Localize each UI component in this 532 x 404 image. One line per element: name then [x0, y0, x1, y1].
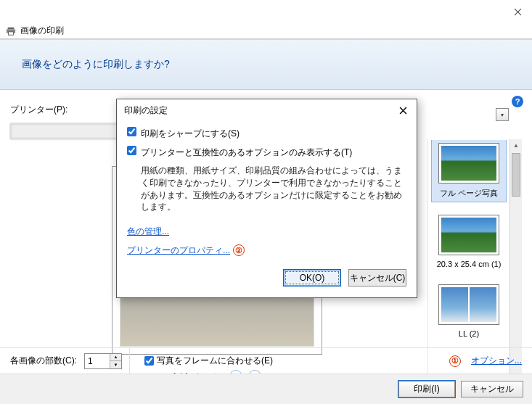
copies-up[interactable]: ▲	[110, 354, 121, 361]
scroll-up-arrow[interactable]: ▲	[510, 139, 522, 152]
compat-checkbox[interactable]	[127, 146, 136, 155]
color-management-link[interactable]: 色の管理...	[127, 225, 169, 238]
window-header: 画像の印刷	[0, 23, 532, 39]
modal-titlebar: 印刷の設定	[117, 99, 417, 121]
options-link[interactable]: オプション...	[471, 355, 522, 367]
fit-frame-label: 写真をフレームに合わせる(E)	[157, 355, 273, 367]
modal-close-button[interactable]	[396, 104, 409, 117]
sharpen-checkbox[interactable]	[127, 127, 136, 136]
layout-item-8x10[interactable]: 20.3 x 25.4 cm (1)	[432, 212, 506, 271]
footer: 各画像の部数(C): ▲ ▼ 写真をフレームに合わせる(E) ① オプション..…	[0, 347, 532, 404]
printer-label: プリンター(P):	[10, 104, 67, 116]
layout-caption: 20.3 x 25.4 cm (1)	[437, 260, 502, 268]
compat-description: 用紙の種類、用紙サイズ、印刷品質の組み合わせによっては、うまく印刷できなかったり…	[141, 165, 404, 213]
sharpen-label: 印刷をシャープにする(S)	[141, 127, 240, 140]
papertype-dropdown-arrow[interactable]: ▾	[496, 108, 509, 121]
layout-caption: LL (2)	[459, 329, 479, 338]
compat-label: プリンターと互換性のあるオプションのみ表示する(T)	[141, 146, 352, 159]
printer-properties-link[interactable]: プリンターのプロパティ...	[127, 244, 230, 257]
svg-rect-2	[9, 31, 14, 34]
window-title: 画像の印刷	[20, 25, 64, 37]
modal-title: 印刷の設定	[124, 104, 396, 117]
modal-cancel-button[interactable]: キャンセル(C)	[348, 269, 406, 286]
svg-rect-0	[8, 27, 15, 29]
scroll-thumb[interactable]	[512, 153, 520, 197]
copies-down[interactable]: ▼	[110, 361, 121, 368]
layout-item-full-page[interactable]: フル ページ写真	[432, 140, 506, 202]
close-icon	[514, 8, 522, 16]
printer-icon	[6, 26, 16, 36]
layout-caption: フル ページ写真	[440, 188, 498, 199]
print-settings-dialog: 印刷の設定 印刷をシャープにする(S) プリンターと互換性のあるオプションのみ表…	[116, 99, 417, 298]
printer-selector[interactable]	[10, 123, 119, 139]
close-icon	[399, 107, 407, 115]
outer-close-button[interactable]	[510, 4, 525, 19]
annotation-step-1: ①	[449, 355, 461, 367]
layout-item-ll2[interactable]: LL (2)	[432, 281, 506, 341]
copies-label: 各画像の部数(C):	[10, 355, 77, 367]
fit-frame-checkbox[interactable]	[144, 356, 154, 366]
outer-cancel-button[interactable]: キャンセル	[461, 381, 523, 397]
copies-input[interactable]	[85, 354, 110, 368]
heading-text: 画像をどのように印刷しますか?	[22, 58, 170, 71]
outer-titlebar	[0, 0, 532, 23]
copies-spinner[interactable]: ▲ ▼	[84, 353, 122, 369]
annotation-step-2: ②	[233, 244, 245, 256]
print-button[interactable]: 印刷(I)	[398, 381, 455, 397]
modal-ok-button[interactable]: OK(O)	[283, 269, 341, 286]
help-button[interactable]: ?	[512, 96, 523, 107]
heading-band: 画像をどのように印刷しますか?	[0, 39, 532, 90]
